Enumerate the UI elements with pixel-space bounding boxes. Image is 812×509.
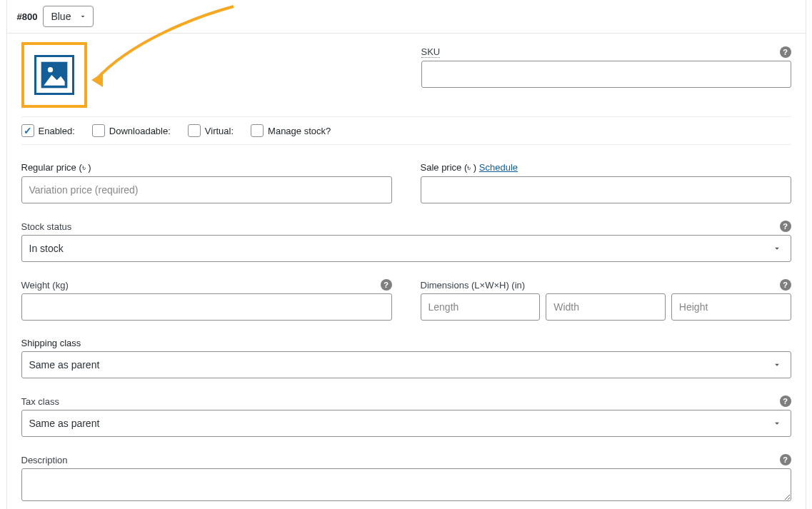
attribute-select[interactable]: Blue (43, 6, 94, 27)
shipping-class-select[interactable]: Same as parent (21, 351, 791, 378)
sale-price-label: Sale price (৳ ) Schedule (421, 158, 791, 173)
manage-stock-checkbox-wrap[interactable]: Manage stock? (251, 124, 331, 137)
variation-body: SKU ? Enabled: Downloadable: Virtual: (7, 34, 806, 509)
tax-class-select[interactable]: Same as parent (21, 410, 791, 437)
downloadable-label: Downloadable: (109, 126, 171, 136)
image-placeholder-icon (34, 55, 74, 95)
virtual-checkbox[interactable] (188, 124, 201, 137)
variation-panel: #800 Blue SKU ? (6, 0, 806, 509)
regular-price-input[interactable] (21, 176, 392, 203)
width-input[interactable] (546, 293, 666, 321)
schedule-link[interactable]: Schedule (479, 162, 518, 173)
downloadable-checkbox-wrap[interactable]: Downloadable: (92, 124, 171, 137)
tax-class-label: Tax class (21, 396, 59, 407)
help-icon[interactable]: ? (780, 46, 791, 58)
dimensions-label: Dimensions (L×W×H) (in) (421, 280, 526, 291)
stock-status-label: Stock status (21, 221, 72, 232)
sku-label: SKU (421, 46, 441, 58)
enabled-checkbox-wrap[interactable]: Enabled: (21, 124, 75, 137)
weight-input[interactable] (21, 293, 392, 321)
virtual-label: Virtual: (205, 126, 234, 136)
checkbox-row: Enabled: Downloadable: Virtual: Manage s… (21, 116, 791, 145)
description-label: Description (21, 455, 68, 465)
downloadable-checkbox[interactable] (92, 124, 105, 137)
variation-header: #800 Blue (7, 0, 806, 34)
variation-id: #800 (17, 11, 38, 22)
sku-input[interactable] (421, 61, 791, 88)
manage-stock-checkbox[interactable] (251, 124, 264, 137)
stock-status-select[interactable]: In stock (21, 235, 791, 262)
enabled-checkbox[interactable] (21, 124, 34, 137)
enabled-label: Enabled: (39, 126, 75, 136)
help-icon[interactable]: ? (780, 221, 791, 232)
svg-point-1 (47, 67, 52, 72)
help-icon[interactable]: ? (780, 395, 791, 407)
virtual-checkbox-wrap[interactable]: Virtual: (188, 124, 234, 137)
help-icon[interactable]: ? (780, 454, 791, 465)
length-input[interactable] (421, 293, 541, 321)
weight-label: Weight (kg) (21, 280, 69, 291)
regular-price-label: Regular price (৳ ) (21, 158, 392, 173)
manage-stock-label: Manage stock? (268, 126, 331, 136)
help-icon[interactable]: ? (780, 279, 791, 291)
height-input[interactable] (671, 293, 791, 321)
help-icon[interactable]: ? (381, 279, 392, 291)
sale-price-input[interactable] (421, 176, 791, 203)
upload-image-button[interactable] (21, 42, 87, 108)
shipping-class-label: Shipping class (21, 333, 791, 348)
description-textarea[interactable] (21, 468, 791, 501)
